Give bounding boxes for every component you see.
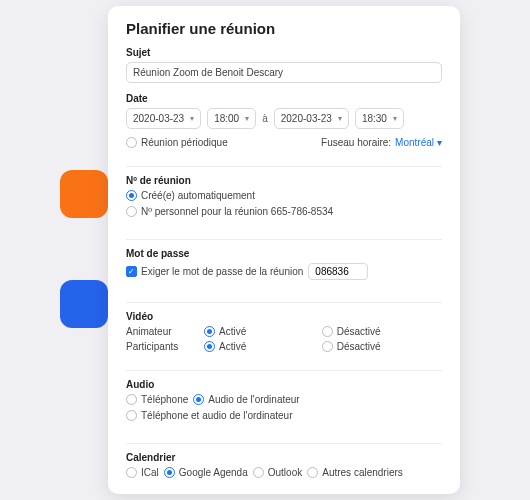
radio-unchecked-icon (253, 467, 264, 478)
schedule-meeting-modal: Planifier une réunion Sujet Date 2020-03… (108, 6, 460, 494)
meeting-id-label: Nº de réunion (126, 175, 442, 186)
timezone-select[interactable]: Fuseau horaire: Montréal▾ (321, 137, 442, 148)
video-label: Vidéo (126, 311, 442, 322)
video-participants-label: Participants (126, 341, 190, 352)
video-host-on-radio[interactable]: Activé (204, 326, 308, 337)
radio-unchecked-icon (322, 341, 333, 352)
subject-label: Sujet (126, 47, 442, 58)
password-label: Mot de passe (126, 248, 442, 259)
password-input[interactable] (308, 263, 368, 280)
radio-unchecked-icon (126, 410, 137, 421)
bg-tile-orange (60, 170, 108, 218)
require-password-checkbox[interactable]: Exiger le mot de passe de la réunion (126, 266, 303, 277)
chevron-down-icon: ▾ (190, 114, 194, 123)
bg-tile-blue (60, 280, 108, 328)
divider (126, 302, 442, 303)
video-participants-on-radio[interactable]: Activé (204, 341, 308, 352)
radio-checked-icon (164, 467, 175, 478)
start-date-select[interactable]: 2020-03-23▾ (126, 108, 201, 129)
end-time-select[interactable]: 18:30▾ (355, 108, 404, 129)
meeting-id-personal-radio[interactable]: Nº personnel pour la réunion 665-786-853… (126, 206, 333, 217)
chevron-down-icon: ▾ (393, 114, 397, 123)
date-label: Date (126, 93, 442, 104)
radio-checked-icon (193, 394, 204, 405)
calendar-outlook-radio[interactable]: Outlook (253, 467, 302, 478)
calendar-other-radio[interactable]: Autres calendriers (307, 467, 403, 478)
video-section: Vidéo Animateur Activé Désactivé Partici… (126, 311, 442, 352)
video-host-off-radio[interactable]: Désactivé (322, 326, 442, 337)
chevron-down-icon: ▾ (437, 137, 442, 148)
start-time-select[interactable]: 18:00▾ (207, 108, 256, 129)
radio-unchecked-icon (126, 467, 137, 478)
divider (126, 370, 442, 371)
radio-checked-icon (204, 341, 215, 352)
radio-checked-icon (204, 326, 215, 337)
meeting-id-auto-radio[interactable]: Créé(e) automatiquement (126, 190, 255, 201)
end-date-select[interactable]: 2020-03-23▾ (274, 108, 349, 129)
video-host-label: Animateur (126, 326, 190, 337)
checkbox-checked-icon (126, 266, 137, 277)
date-separator: à (262, 113, 268, 124)
subject-section: Sujet (126, 47, 442, 83)
audio-label: Audio (126, 379, 442, 390)
audio-phone-radio[interactable]: Téléphone (126, 394, 188, 405)
calendar-ical-radio[interactable]: ICal (126, 467, 159, 478)
meeting-id-section: Nº de réunion Créé(e) automatiquement Nº… (126, 175, 442, 221)
radio-unchecked-icon (126, 206, 137, 217)
audio-both-radio[interactable]: Téléphone et audio de l'ordinateur (126, 410, 292, 421)
radio-unchecked-icon (126, 394, 137, 405)
password-section: Mot de passe Exiger le mot de passe de l… (126, 248, 442, 284)
subject-input[interactable] (126, 62, 442, 83)
radio-unchecked-icon (126, 137, 137, 148)
modal-title: Planifier une réunion (126, 20, 442, 37)
radio-unchecked-icon (322, 326, 333, 337)
radio-checked-icon (126, 190, 137, 201)
divider (126, 166, 442, 167)
date-section: Date 2020-03-23▾ 18:00▾ à 2020-03-23▾ 18… (126, 93, 442, 148)
calendar-label: Calendrier (126, 452, 442, 463)
chevron-down-icon: ▾ (338, 114, 342, 123)
video-participants-off-radio[interactable]: Désactivé (322, 341, 442, 352)
audio-section: Audio Téléphone Audio de l'ordinateur Té… (126, 379, 442, 425)
chevron-down-icon: ▾ (245, 114, 249, 123)
audio-computer-radio[interactable]: Audio de l'ordinateur (193, 394, 299, 405)
recurring-checkbox[interactable]: Réunion périodique (126, 137, 228, 148)
calendar-google-radio[interactable]: Google Agenda (164, 467, 248, 478)
divider (126, 443, 442, 444)
divider (126, 239, 442, 240)
radio-unchecked-icon (307, 467, 318, 478)
calendar-section: Calendrier ICal Google Agenda Outlook Au… (126, 452, 442, 482)
